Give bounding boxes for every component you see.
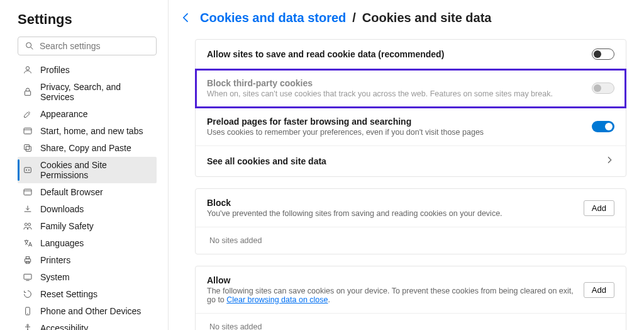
language-icon xyxy=(23,238,33,248)
block-header-row: Block You've prevented the following sit… xyxy=(196,189,626,227)
nav-printers[interactable]: Printers xyxy=(18,252,157,268)
nav-label: Profiles xyxy=(40,65,70,75)
share-icon xyxy=(23,143,33,153)
allow-cookies-toggle[interactable] xyxy=(592,48,614,60)
search-settings-box[interactable] xyxy=(18,37,157,55)
nav-family-safety[interactable]: Family Safety xyxy=(18,218,157,234)
svg-rect-4 xyxy=(24,128,31,134)
nav-label: Cookies and Site Permissions xyxy=(40,160,152,180)
search-icon xyxy=(25,41,35,51)
see-all-cookies-row[interactable]: See all cookies and site data xyxy=(196,146,626,176)
svg-rect-15 xyxy=(25,259,30,262)
settings-sidebar: Settings Profiles Privacy, Search, and S… xyxy=(0,0,169,330)
cookie-settings-card: Allow sites to save and read cookie data… xyxy=(195,39,626,177)
block-empty-state: No sites added xyxy=(196,227,626,254)
svg-point-22 xyxy=(27,324,29,326)
block-third-party-title: Block third-party cookies xyxy=(207,78,592,88)
nav-label: Accessibility xyxy=(40,323,88,330)
breadcrumb: Cookies and data stored / Cookies and si… xyxy=(177,9,626,26)
reset-icon xyxy=(23,289,33,299)
allow-empty-state: No sites added xyxy=(196,313,626,330)
svg-point-0 xyxy=(26,43,31,48)
family-icon xyxy=(23,221,33,231)
nav-share-copy[interactable]: Share, Copy and Paste xyxy=(18,140,157,156)
nav-languages[interactable]: Languages xyxy=(18,235,157,251)
nav-privacy[interactable]: Privacy, Search, and Services xyxy=(18,79,157,105)
nav-label: Share, Copy and Paste xyxy=(40,143,131,153)
breadcrumb-parent-link[interactable]: Cookies and data stored xyxy=(200,11,346,25)
allow-title: Allow xyxy=(207,275,584,285)
allow-header-row: Allow The following sites can save cooki… xyxy=(196,266,626,313)
svg-line-1 xyxy=(31,47,33,49)
svg-point-13 xyxy=(25,223,27,225)
tab-icon xyxy=(23,126,33,136)
nav-appearance[interactable]: Appearance xyxy=(18,106,157,122)
accessibility-icon xyxy=(23,323,33,330)
settings-title: Settings xyxy=(18,11,157,28)
nav-label: Printers xyxy=(40,255,70,265)
nav-accessibility[interactable]: Accessibility xyxy=(18,320,157,330)
cookie-icon xyxy=(23,165,33,175)
allow-cookies-row: Allow sites to save and read cookie data… xyxy=(196,40,626,69)
profile-icon xyxy=(23,65,33,75)
block-desc: You've prevented the following sites fro… xyxy=(207,209,584,218)
nav-label: Appearance xyxy=(40,109,88,119)
brush-icon xyxy=(23,109,33,119)
nav-default-browser[interactable]: Default Browser xyxy=(18,184,157,200)
svg-rect-3 xyxy=(25,91,30,96)
svg-point-9 xyxy=(26,169,26,170)
phone-icon xyxy=(23,306,33,316)
allow-add-button[interactable]: Add xyxy=(584,282,614,298)
breadcrumb-current: Cookies and site data xyxy=(362,11,492,25)
svg-rect-18 xyxy=(24,274,31,279)
search-settings-input[interactable] xyxy=(40,41,150,51)
nav-profiles[interactable]: Profiles xyxy=(18,62,157,78)
allow-desc: The following sites can save cookies on … xyxy=(207,287,584,304)
svg-rect-8 xyxy=(25,168,31,173)
preload-title: Preload pages for faster browsing and se… xyxy=(207,117,592,127)
svg-point-10 xyxy=(28,169,29,170)
svg-rect-11 xyxy=(24,189,31,195)
nav-cookies-permissions[interactable]: Cookies and Site Permissions xyxy=(18,157,157,183)
nav-start-home[interactable]: Start, home, and new tabs xyxy=(18,123,157,139)
settings-nav: Profiles Privacy, Search, and Services A… xyxy=(18,62,157,330)
settings-main: Cookies and data stored / Cookies and si… xyxy=(169,0,644,330)
nav-downloads[interactable]: Downloads xyxy=(18,201,157,217)
system-icon xyxy=(23,272,33,282)
preload-toggle[interactable] xyxy=(592,121,614,132)
svg-rect-7 xyxy=(26,146,31,151)
svg-rect-16 xyxy=(26,257,29,259)
lock-icon xyxy=(23,87,33,97)
nav-label: Downloads xyxy=(40,204,84,214)
svg-rect-6 xyxy=(25,145,30,150)
allow-section-card: Allow The following sites can save cooki… xyxy=(195,266,626,330)
nav-label: Languages xyxy=(40,238,84,248)
nav-phone-devices[interactable]: Phone and Other Devices xyxy=(18,303,157,319)
svg-point-2 xyxy=(26,67,29,70)
nav-label: System xyxy=(40,272,70,282)
nav-reset-settings[interactable]: Reset Settings xyxy=(18,286,157,302)
nav-label: Family Safety xyxy=(40,221,94,231)
nav-system[interactable]: System xyxy=(18,269,157,285)
block-title: Block xyxy=(207,198,584,208)
download-icon xyxy=(23,204,33,214)
printer-icon xyxy=(23,255,33,265)
nav-label: Privacy, Search, and Services xyxy=(40,82,152,102)
breadcrumb-separator: / xyxy=(352,11,356,25)
back-button[interactable] xyxy=(177,9,195,26)
preload-desc: Uses cookies to remember your preference… xyxy=(207,128,592,137)
clear-browsing-data-link[interactable]: Clear browsing data on close xyxy=(226,295,328,304)
block-section-card: Block You've prevented the following sit… xyxy=(195,188,626,254)
nav-label: Start, home, and new tabs xyxy=(40,126,143,136)
browser-icon xyxy=(23,187,33,197)
block-third-party-row: Block third-party cookies When on, sites… xyxy=(196,69,626,108)
nav-label: Reset Settings xyxy=(40,289,97,299)
allow-cookies-title: Allow sites to save and read cookie data… xyxy=(207,49,592,59)
svg-point-14 xyxy=(28,223,31,225)
block-third-party-desc: When on, sites can't use cookies that tr… xyxy=(207,89,592,98)
nav-label: Default Browser xyxy=(40,187,103,197)
see-all-cookies-title: See all cookies and site data xyxy=(207,156,604,166)
block-add-button[interactable]: Add xyxy=(584,200,614,216)
nav-label: Phone and Other Devices xyxy=(40,306,141,316)
block-third-party-toggle xyxy=(592,82,614,94)
